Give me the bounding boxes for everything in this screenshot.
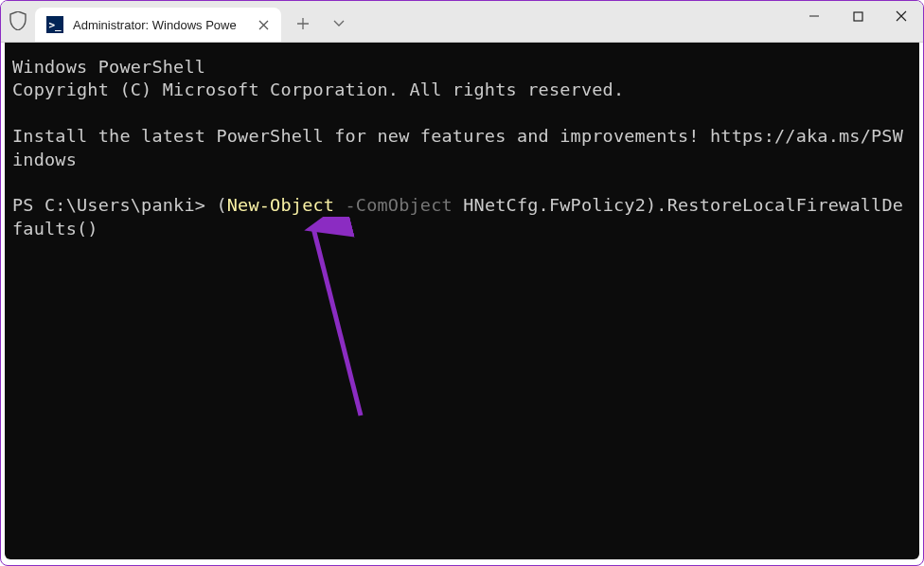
minimize-button[interactable]: [792, 1, 836, 31]
powershell-icon: >_: [46, 16, 63, 33]
shield-icon: [1, 0, 35, 42]
close-tab-icon[interactable]: [255, 16, 272, 33]
cmd-text: (: [216, 195, 226, 215]
new-tab-button[interactable]: [289, 9, 317, 38]
cmd-param: -ComObject: [346, 195, 453, 215]
close-window-button[interactable]: [880, 1, 923, 31]
cmd-text: [453, 195, 463, 215]
cmd-text: [334, 195, 345, 215]
prompt: PS C:\Users\panki>: [12, 195, 216, 215]
tab-powershell[interactable]: >_ Administrator: Windows Powe: [35, 8, 281, 42]
terminal-body[interactable]: Windows PowerShell Copyright (C) Microso…: [5, 43, 919, 559]
terminal-install-msg: Install the latest PowerShell for new fe…: [12, 126, 903, 168]
svg-rect-0: [854, 12, 862, 21]
titlebar: >_ Administrator: Windows Powe: [1, 1, 923, 43]
maximize-button[interactable]: [836, 1, 880, 31]
cmd-text: ): [646, 195, 656, 215]
tab-title: Administrator: Windows Powe: [73, 18, 245, 32]
cmd-arg: HNetCfg.FwPolicy2: [463, 195, 646, 215]
cmd-cmdlet: New-Object: [227, 195, 334, 215]
terminal-header-1: Windows PowerShell: [12, 57, 205, 77]
terminal-header-2: Copyright (C) Microsoft Corporation. All…: [12, 80, 624, 99]
window-controls: [792, 1, 923, 35]
tab-dropdown-button[interactable]: [325, 9, 353, 38]
